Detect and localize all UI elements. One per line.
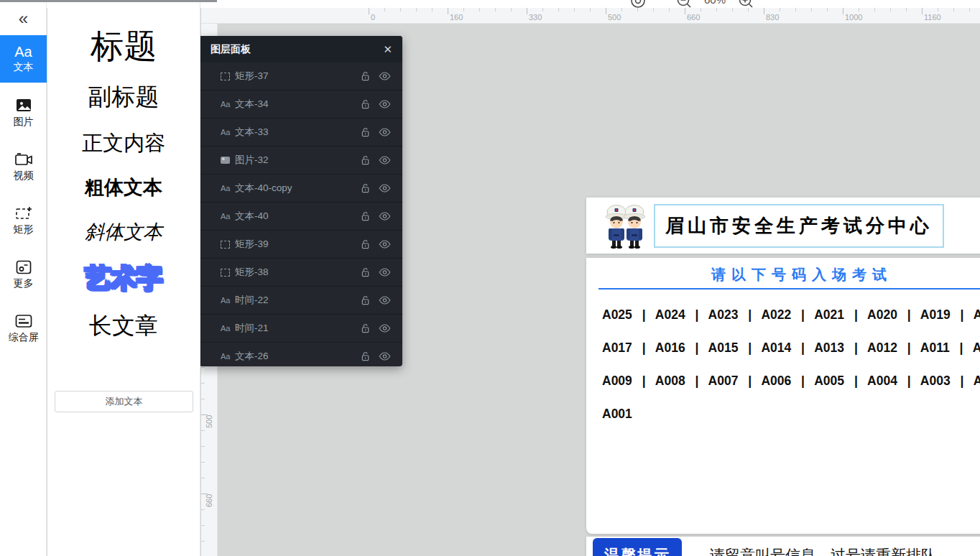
layer-name: 文本-40 [235, 210, 361, 223]
sidebar-item-label: 综合屏 [9, 331, 39, 344]
visibility-eye-icon[interactable] [379, 128, 391, 136]
ruler-label: 1000 [845, 13, 862, 22]
visibility-eye-icon[interactable] [379, 240, 391, 249]
unlock-icon[interactable] [361, 267, 370, 277]
center-title-box[interactable]: 眉山市安全生产考试分中心 [654, 204, 944, 248]
zoom-out-icon[interactable] [675, 0, 693, 8]
ruler-label: 660 [205, 493, 213, 507]
preset-long-article[interactable]: 长文章 [47, 310, 200, 340]
unlock-icon[interactable] [361, 323, 370, 333]
notice-bar[interactable]: 温馨提示 请留意叫号信息，过号请重新排队。 [586, 537, 980, 556]
notice-label: 温馨提示 [593, 538, 682, 556]
layer-name: 矩形-38 [235, 266, 361, 279]
layer-row[interactable]: 图片-32 [199, 147, 402, 175]
preview-icon[interactable] [629, 0, 647, 8]
call-number-row: A009 | A008 | A007 | A006 | A005 | A004 … [602, 364, 980, 397]
layer-type-icon [221, 239, 234, 249]
layer-row[interactable]: Aa 文本-33 [199, 119, 402, 147]
layer-row[interactable]: Aa 文本-40 [199, 203, 402, 231]
preset-art-text[interactable]: 艺术字 [47, 261, 200, 295]
layer-row[interactable]: 矩形-39 [199, 231, 402, 259]
preset-title[interactable]: 标题 [47, 26, 200, 66]
layer-type-icon [221, 267, 234, 277]
sidebar-item-label: 视频 [14, 170, 34, 182]
layer-row[interactable]: Aa 文本-40-copy [199, 175, 402, 203]
layer-name: 矩形-39 [235, 238, 361, 251]
preset-italic-text[interactable]: 斜体文本 [47, 219, 200, 245]
unlock-icon[interactable] [361, 295, 370, 305]
layer-name: 文本-40-copy [235, 182, 361, 195]
layer-type-icon [221, 155, 234, 165]
horizontal-ruler: 016033050066083010001160 [201, 8, 980, 24]
visibility-eye-icon[interactable] [379, 156, 391, 165]
layer-row[interactable]: Aa 文本-34 [199, 91, 402, 119]
layer-name: 图片-32 [235, 154, 361, 167]
close-icon[interactable]: ✕ [383, 44, 392, 55]
layer-type-icon: Aa [221, 99, 234, 109]
add-text-button[interactable]: 添加文本 [55, 391, 193, 412]
preset-bold-text[interactable]: 粗体文本 [47, 175, 200, 200]
unlock-icon[interactable] [361, 183, 370, 193]
sidebar-item-more[interactable]: 更多 [0, 251, 47, 298]
layer-name: 时间-21 [235, 322, 361, 335]
sidebar-item-label: 文本 [14, 61, 34, 74]
call-numbers-panel[interactable]: 请以下号码入场考试 A025 | A024 | A023 | A022 | A0… [586, 258, 980, 534]
layer-name: 文本-26 [235, 350, 361, 363]
window-top-edge [0, 0, 217, 2]
unlock-icon[interactable] [361, 99, 370, 109]
preset-subtitle[interactable]: 副标题 [47, 82, 200, 112]
call-number-row: A001 [602, 397, 980, 430]
layer-row[interactable]: Aa 时间-22 [199, 287, 402, 315]
visibility-eye-icon[interactable] [379, 352, 391, 361]
rectangle-icon [14, 205, 33, 221]
more-icon [15, 259, 32, 275]
collapse-sidebar-button[interactable]: « [0, 2, 47, 35]
unlock-icon[interactable] [361, 239, 370, 249]
visibility-eye-icon[interactable] [379, 268, 391, 277]
layer-panel-header[interactable]: 图层面板 ✕ [199, 36, 402, 62]
ruler-label: 830 [766, 13, 779, 22]
unlock-icon[interactable] [361, 155, 370, 165]
unlock-icon[interactable] [361, 127, 370, 137]
layer-panel-title: 图层面板 [211, 43, 251, 56]
zoom-in-icon[interactable] [737, 0, 754, 8]
notice-text: 请留意叫号信息，过号请重新排队。 [710, 537, 951, 556]
sidebar-item-label: 图片 [14, 116, 34, 129]
visibility-eye-icon[interactable] [379, 72, 391, 80]
layer-type-icon: Aa [221, 127, 234, 137]
visibility-eye-icon[interactable] [379, 212, 391, 221]
layer-type-icon: Aa [221, 183, 234, 193]
sidebar-item-composite-screen[interactable]: 综合屏 [0, 305, 47, 352]
text-aa-icon: Aa [14, 45, 32, 59]
layer-panel: 图层面板 ✕ 矩形-37 [199, 36, 402, 366]
sidebar-item-image[interactable]: 图片 [0, 89, 47, 136]
mascot-image[interactable] [622, 203, 647, 249]
layer-row[interactable]: 矩形-37 [199, 62, 402, 91]
screen-header[interactable]: 眉山市安全生产考试分中心 星期五 2024-03-29 16:51 [586, 198, 980, 254]
sidebar-item-label: 矩形 [14, 223, 34, 236]
unlock-icon[interactable] [361, 351, 370, 361]
layer-row[interactable]: 矩形-38 [199, 259, 402, 287]
visibility-eye-icon[interactable] [379, 184, 391, 193]
sidebar-item-video[interactable]: 视频 [0, 143, 47, 190]
sidebar-item-text[interactable]: Aa 文本 [0, 35, 47, 83]
layer-name: 文本-33 [235, 126, 361, 139]
ruler-label: 160 [450, 13, 463, 22]
layer-name: 时间-22 [235, 294, 361, 307]
layer-name: 矩形-37 [235, 70, 361, 83]
preset-body-text[interactable]: 正文内容 [47, 129, 200, 157]
unlock-icon[interactable] [361, 211, 370, 221]
image-icon [15, 98, 32, 113]
visibility-eye-icon[interactable] [379, 324, 391, 333]
visibility-eye-icon[interactable] [379, 100, 391, 108]
layer-row[interactable]: Aa 文本-26 [199, 343, 402, 366]
visibility-eye-icon[interactable] [379, 296, 391, 305]
unlock-icon[interactable] [361, 71, 370, 81]
ruler-label: 330 [529, 13, 542, 22]
composite-screen-icon [14, 313, 33, 329]
layer-row[interactable]: Aa 时间-21 [199, 315, 402, 343]
sidebar-item-rectangle[interactable]: 矩形 [0, 197, 47, 244]
call-rows: A025 | A024 | A023 | A022 | A021 | A020 … [602, 298, 980, 430]
layer-type-icon: Aa [221, 295, 234, 305]
video-icon [14, 152, 33, 167]
